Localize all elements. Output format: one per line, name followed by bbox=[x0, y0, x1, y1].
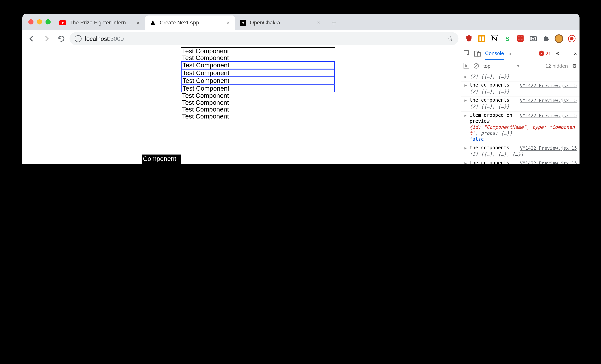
triangle-icon bbox=[150, 19, 156, 26]
close-window-button[interactable] bbox=[28, 19, 33, 25]
play-icon[interactable] bbox=[463, 63, 469, 69]
evernote-icon[interactable]: S bbox=[503, 34, 511, 43]
canvas-row[interactable]: Test Component bbox=[181, 85, 335, 92]
svg-rect-3 bbox=[479, 36, 481, 40]
source-link[interactable]: VM1422 Preview.jsx:15 bbox=[520, 160, 577, 164]
forward-button[interactable] bbox=[40, 32, 52, 44]
svg-rect-19 bbox=[477, 52, 480, 56]
avatar-icon[interactable] bbox=[554, 34, 563, 43]
reload-button[interactable] bbox=[55, 32, 67, 44]
devtools-tabbar: Console » ×21 ⚙ ⋮ × bbox=[461, 47, 580, 60]
toolbar: i localhost:3000 ☆ S bbox=[22, 30, 580, 47]
console-message[interactable]: VM1422 Preview.jsx:15the components▶(3) … bbox=[461, 159, 580, 164]
close-icon[interactable]: × bbox=[315, 19, 322, 26]
svg-point-8 bbox=[521, 36, 522, 38]
close-icon[interactable]: × bbox=[225, 19, 232, 26]
console-message[interactable]: VM1422 Preview.jsx:15item dropped on pre… bbox=[461, 111, 580, 144]
svg-rect-4 bbox=[482, 36, 484, 40]
close-devtools-button[interactable]: × bbox=[574, 50, 577, 56]
kebab-icon[interactable]: ⋮ bbox=[564, 50, 570, 56]
devtools-ext-icon[interactable] bbox=[477, 34, 486, 43]
console-message[interactable]: ▶(2) [{…}, {…}] bbox=[461, 73, 580, 81]
record-icon[interactable] bbox=[568, 34, 576, 43]
component-palette: Component NameComponent Name bbox=[142, 154, 181, 164]
content-area: Test ComponentTest ComponentTest Compone… bbox=[22, 47, 580, 164]
notion-icon[interactable] bbox=[490, 34, 499, 43]
console-message[interactable]: VM1422 Preview.jsx:15the components▶(2) … bbox=[461, 97, 580, 112]
svg-point-12 bbox=[532, 37, 534, 40]
canvas-row[interactable]: Test Component bbox=[181, 77, 335, 85]
star-icon[interactable]: ☆ bbox=[447, 34, 453, 42]
more-tabs-chevron[interactable]: » bbox=[508, 50, 511, 56]
canvas-row[interactable]: Test Component bbox=[181, 113, 335, 120]
site-info-icon[interactable]: i bbox=[75, 35, 81, 42]
gear-icon[interactable]: ⚙ bbox=[555, 50, 560, 56]
console-tab[interactable]: Console bbox=[485, 47, 504, 60]
browser-window: The Prize Fighter Inferno - Sta × Create… bbox=[22, 14, 580, 164]
url-text: localhost:3000 bbox=[85, 35, 124, 42]
tab-title: Create Next App bbox=[160, 20, 221, 26]
gear-icon[interactable]: ⚙ bbox=[572, 63, 577, 69]
canvas-row[interactable]: Test Component bbox=[181, 92, 335, 99]
drop-canvas[interactable]: Test ComponentTest ComponentTest Compone… bbox=[181, 47, 335, 164]
source-link[interactable]: VM1422 Preview.jsx:15 bbox=[520, 82, 577, 89]
svg-point-10 bbox=[521, 39, 522, 40]
grid-ext-icon[interactable] bbox=[516, 34, 524, 43]
canvas-row[interactable]: Test Component bbox=[181, 61, 335, 69]
tab-youtube[interactable]: The Prize Fighter Inferno - Sta × bbox=[55, 15, 145, 30]
canvas-row[interactable]: Test Component bbox=[181, 48, 335, 54]
shield-icon[interactable] bbox=[464, 34, 473, 43]
tab-title: The Prize Fighter Inferno - Sta bbox=[70, 20, 131, 26]
puzzle-icon[interactable] bbox=[542, 34, 550, 43]
console-toolbar: top▼ 12 hidden ⚙ bbox=[461, 60, 580, 72]
flash-icon bbox=[240, 19, 246, 26]
devtools-panel: Console » ×21 ⚙ ⋮ × top▼ 12 hidden ⚙ ▶(2… bbox=[461, 47, 580, 164]
source-link[interactable]: VM1422 Preview.jsx:15 bbox=[520, 112, 577, 119]
svg-point-14 bbox=[555, 35, 562, 42]
hidden-count[interactable]: 12 hidden bbox=[545, 63, 568, 69]
svg-rect-6 bbox=[517, 35, 523, 42]
minimize-window-button[interactable] bbox=[37, 19, 42, 25]
back-button[interactable] bbox=[26, 32, 38, 44]
window-controls bbox=[26, 14, 55, 30]
source-link[interactable]: VM1422 Preview.jsx:15 bbox=[520, 97, 577, 103]
error-badge[interactable]: ×21 bbox=[539, 50, 551, 56]
svg-point-16 bbox=[570, 37, 573, 40]
svg-rect-2 bbox=[478, 35, 485, 42]
clear-console-icon[interactable] bbox=[473, 63, 479, 69]
tab-openchakra[interactable]: OpenChakra × bbox=[235, 15, 325, 30]
camera-icon[interactable] bbox=[529, 34, 537, 43]
context-selector[interactable]: top▼ bbox=[483, 63, 520, 69]
new-tab-button[interactable]: + bbox=[328, 17, 340, 29]
tab-strip: The Prize Fighter Inferno - Sta × Create… bbox=[22, 14, 580, 30]
youtube-icon bbox=[59, 19, 66, 26]
palette-item[interactable]: Component Name bbox=[142, 154, 181, 164]
console-message[interactable]: VM1422 Preview.jsx:15the components▶(3) … bbox=[461, 144, 580, 159]
tab-title: OpenChakra bbox=[250, 20, 311, 26]
canvas-row[interactable]: Test Component bbox=[181, 106, 335, 113]
canvas-row[interactable]: Test Component bbox=[181, 99, 335, 106]
page-viewport[interactable]: Test ComponentTest ComponentTest Compone… bbox=[22, 47, 461, 164]
canvas-row[interactable]: Test Component bbox=[181, 55, 335, 61]
svg-point-9 bbox=[518, 39, 519, 40]
inspect-icon[interactable] bbox=[463, 50, 470, 57]
source-link[interactable]: VM1422 Preview.jsx:15 bbox=[520, 145, 577, 151]
close-icon[interactable]: × bbox=[135, 19, 141, 26]
canvas-row[interactable]: Test Component bbox=[181, 69, 335, 77]
console-output[interactable]: ▶(2) [{…}, {…}]VM1422 Preview.jsx:15the … bbox=[461, 72, 580, 164]
svg-point-7 bbox=[518, 36, 519, 38]
extensions: S bbox=[461, 34, 576, 43]
console-message[interactable]: VM1422 Preview.jsx:15the components▶(2) … bbox=[461, 81, 580, 97]
address-bar[interactable]: i localhost:3000 ☆ bbox=[70, 32, 459, 45]
tab-nextapp[interactable]: Create Next App × bbox=[145, 15, 235, 30]
device-icon[interactable] bbox=[474, 50, 481, 56]
fullscreen-window-button[interactable] bbox=[46, 19, 51, 25]
